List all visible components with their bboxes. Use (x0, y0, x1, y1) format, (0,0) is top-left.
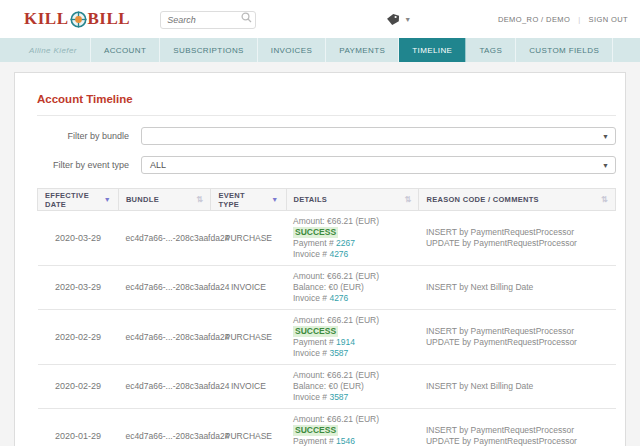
reason-cell: INSERT by PaymentRequestProcessor UPDATE… (419, 409, 616, 446)
tag-icon (386, 13, 400, 26)
bundle-filter-select[interactable]: ▼ (141, 127, 616, 145)
chevron-down-icon: ▼ (404, 16, 411, 23)
tab-timeline[interactable]: TIMELINE (399, 38, 466, 62)
tab-account-name[interactable]: Alline Kiefer (16, 38, 91, 62)
table-row: 2020-01-29 ec4d7a66-...-208c3aafda24 PUR… (38, 409, 616, 446)
tab-subscriptions[interactable]: SUBSCRIPTIONS (160, 38, 258, 62)
status-badge: SUCCESS (293, 425, 338, 436)
sort-desc-icon: ▼ (271, 196, 278, 203)
globe-crosshair-icon (70, 11, 87, 28)
logo-text-bill: BILL (88, 9, 131, 29)
bundle-filter-label: Filter by bundle (37, 131, 129, 141)
tab-tags[interactable]: TAGS (466, 38, 516, 62)
table-row: 2020-03-29 ec4d7a66-...-208c3aafda24 INV… (38, 266, 616, 310)
effective-date-cell: 2020-02-29 (38, 310, 119, 365)
sort-desc-icon: ▼ (104, 196, 111, 203)
page-content: Account Timeline Filter by bundle ▼ Filt… (0, 62, 640, 446)
table-row: 2020-02-29 ec4d7a66-...-208c3aafda24 PUR… (38, 310, 616, 365)
divider (37, 115, 616, 116)
invoice-link[interactable]: 3587 (329, 392, 348, 402)
effective-date-cell: 2020-03-29 (38, 266, 119, 310)
payment-link[interactable]: 1546 (336, 436, 355, 446)
effective-date-cell: 2020-02-29 (38, 365, 119, 409)
divider: | (578, 15, 580, 24)
timeline-table: EFFECTIVE DATE ▼ BUNDLE ⇅ EVENT TYPE ▼ D… (37, 188, 616, 446)
effective-date-cell: 2020-01-29 (38, 409, 119, 446)
tab-custom-fields[interactable]: CUSTOM FIELDS (516, 38, 613, 62)
bundle-cell: ec4d7a66-...-208c3aafda24 (118, 266, 210, 310)
timeline-card: Account Timeline Filter by bundle ▼ Filt… (14, 72, 626, 446)
sign-out-link[interactable]: SIGN OUT (589, 15, 628, 24)
tags-dropdown-button[interactable]: ▼ (386, 13, 411, 26)
status-badge: SUCCESS (293, 227, 338, 238)
event-type-filter-row: Filter by event type ALL ▼ (37, 156, 616, 174)
page-title: Account Timeline (37, 73, 616, 105)
top-header: KILL BILL ▼ DEMO_RO / DEMO | SIGN OUT (0, 0, 640, 38)
tab-invoices[interactable]: INVOICES (258, 38, 326, 62)
invoice-link[interactable]: 3587 (329, 348, 348, 358)
column-header-reason-code[interactable]: REASON CODE / COMMENTS ⇅ (419, 189, 616, 211)
details-cell: Amount: €66.21 (EUR) SUCCESS Payment # 2… (286, 211, 419, 266)
bundle-cell: ec4d7a66-...-208c3aafda24 (118, 365, 210, 409)
event-type-filter-select[interactable]: ALL ▼ (141, 156, 616, 174)
details-cell: Amount: €66.21 (EUR) Balance: €0 (EUR) I… (286, 365, 419, 409)
payment-link[interactable]: 1914 (336, 337, 355, 347)
reason-cell: INSERT by Next Billing Date (419, 365, 616, 409)
column-header-details[interactable]: DETAILS ⇅ (286, 189, 419, 211)
reason-cell: INSERT by PaymentRequestProcessor UPDATE… (419, 310, 616, 365)
search-icon (241, 12, 252, 23)
invoice-link[interactable]: 4276 (329, 293, 348, 303)
sort-icon: ⇅ (404, 195, 411, 204)
current-user-link[interactable]: DEMO_RO / DEMO (498, 15, 570, 24)
details-cell: Amount: €66.21 (EUR) Balance: €0 (EUR) I… (286, 266, 419, 310)
tab-account[interactable]: ACCOUNT (91, 38, 160, 62)
logo-text-kill: KILL (24, 9, 69, 29)
account-nav-tabs: Alline Kiefer ACCOUNT SUBSCRIPTIONS INVO… (0, 38, 640, 62)
bundle-filter-row: Filter by bundle ▼ (37, 127, 616, 145)
table-row: 2020-03-29 ec4d7a66-...-208c3aafda24 PUR… (38, 211, 616, 266)
event-type-filter-label: Filter by event type (37, 160, 129, 170)
sort-icon: ⇅ (196, 195, 203, 204)
sort-icon: ⇅ (601, 195, 608, 204)
column-header-effective-date[interactable]: EFFECTIVE DATE ▼ (38, 189, 119, 211)
user-area: DEMO_RO / DEMO | SIGN OUT (498, 15, 628, 24)
tab-payments[interactable]: PAYMENTS (326, 38, 399, 62)
reason-cell: INSERT by PaymentRequestProcessor UPDATE… (419, 211, 616, 266)
bundle-cell: ec4d7a66-...-208c3aafda24 (118, 409, 210, 446)
details-cell: Amount: €66.21 (EUR) SUCCESS Payment # 1… (286, 409, 419, 446)
killbill-logo[interactable]: KILL BILL (24, 9, 130, 29)
reason-cell: INSERT by Next Billing Date (419, 266, 616, 310)
details-cell: Amount: €66.21 (EUR) SUCCESS Payment # 1… (286, 310, 419, 365)
table-row: 2020-02-29 ec4d7a66-...-208c3aafda24 INV… (38, 365, 616, 409)
invoice-link[interactable]: 4276 (329, 249, 348, 259)
status-badge: SUCCESS (293, 326, 338, 337)
event-type-filter-value: ALL (150, 160, 166, 170)
chevron-down-icon: ▼ (602, 162, 609, 169)
bundle-cell: ec4d7a66-...-208c3aafda24 (118, 211, 210, 266)
table-header-row: EFFECTIVE DATE ▼ BUNDLE ⇅ EVENT TYPE ▼ D… (38, 189, 616, 211)
bundle-cell: ec4d7a66-...-208c3aafda24 (118, 310, 210, 365)
chevron-down-icon: ▼ (602, 133, 609, 140)
column-header-bundle[interactable]: BUNDLE ⇅ (118, 189, 210, 211)
payment-link[interactable]: 2267 (336, 238, 355, 248)
column-header-event-type[interactable]: EVENT TYPE ▼ (211, 189, 286, 211)
effective-date-cell: 2020-03-29 (38, 211, 119, 266)
search-box (160, 9, 256, 29)
